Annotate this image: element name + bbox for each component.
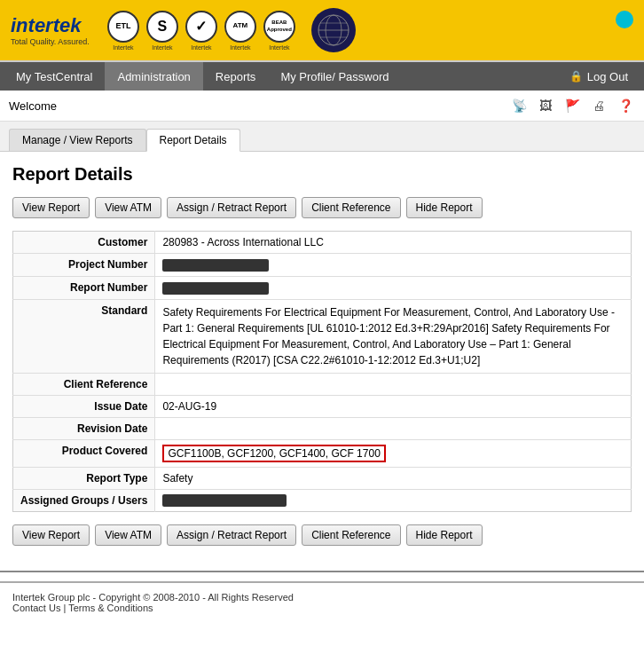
cert-icons: ETL Intertek S Intertek ✓ Intertek ATM I…	[107, 8, 609, 52]
action-buttons-top: View Report View ATM Assign / Retract Re…	[12, 197, 632, 218]
footer-divider	[0, 571, 644, 572]
report-number-label: Report Number	[13, 276, 155, 299]
hide-report-button-bottom[interactable]: Hide Report	[406, 524, 483, 546]
view-report-button-top[interactable]: View Report	[12, 197, 90, 218]
standard-label: Standard	[13, 299, 155, 373]
view-report-button-bottom[interactable]: View Report	[12, 524, 90, 546]
tab-manage-view-reports[interactable]: Manage / View Reports	[9, 129, 146, 151]
atm-label: Intertek	[230, 44, 250, 51]
nav-reports[interactable]: Reports	[203, 62, 269, 91]
nav-administration[interactable]: Administration	[105, 62, 202, 91]
logout-label: Log Out	[587, 70, 628, 83]
beab-icon: BEABApproved	[263, 11, 295, 43]
welcome-text: Welcome	[9, 99, 509, 113]
s-icon: S	[146, 11, 178, 43]
globe-icon	[311, 8, 356, 52]
main-content: Report Details View Report View ATM Assi…	[0, 152, 644, 571]
print-icon[interactable]: 🖨	[589, 96, 609, 115]
help-icon[interactable]: ❓	[616, 96, 635, 115]
tab-report-details[interactable]: Report Details	[146, 129, 240, 152]
footer-contact-link[interactable]: Contact Us	[12, 603, 60, 613]
nav-my-testcentral[interactable]: My TestCentral	[4, 62, 105, 91]
welcome-bar: Welcome 📡 🖼 🚩 🖨 ❓	[0, 91, 644, 122]
check-label: Intertek	[191, 44, 211, 51]
table-row: Project Number	[13, 254, 632, 277]
logo-area: intertek Total Quality. Assured.	[11, 14, 90, 46]
teal-dot	[616, 11, 633, 28]
s-label: Intertek	[152, 44, 172, 51]
navbar: My TestCentral Administration Reports My…	[0, 62, 644, 91]
table-row: Issue Date 02-AUG-19	[13, 395, 632, 417]
check-icon: ✓	[185, 11, 217, 43]
cert-globe	[302, 8, 356, 52]
footer: Intertek Group plc - Copyright © 2008-20…	[0, 581, 644, 622]
logout-button[interactable]: 🔒 Log Out	[557, 62, 640, 91]
details-table: Customer 280983 - Across International L…	[12, 231, 632, 512]
footer-terms-link[interactable]: Terms & Conditions	[68, 603, 153, 613]
client-reference-button-top[interactable]: Client Reference	[302, 197, 400, 218]
etl-icon: ETL	[107, 11, 139, 43]
beab-label: Intertek	[269, 44, 289, 51]
logo-sub: Total Quality. Assured.	[11, 37, 90, 46]
cert-etl: ETL Intertek	[107, 11, 139, 51]
table-row: Customer 280983 - Across International L…	[13, 232, 632, 254]
client-reference-button-bottom[interactable]: Client Reference	[302, 524, 400, 546]
etl-label: Intertek	[113, 44, 133, 51]
table-row: Product Covered GCF1100B, GCF1200, GCF14…	[13, 439, 632, 467]
assign-retract-button-top[interactable]: Assign / Retract Report	[167, 197, 296, 218]
assign-retract-button-bottom[interactable]: Assign / Retract Report	[167, 524, 296, 546]
photo-icon[interactable]: 🖼	[536, 96, 555, 115]
issue-date-label: Issue Date	[13, 395, 155, 417]
report-number-value	[155, 276, 632, 299]
lock-icon: 🔒	[569, 70, 583, 83]
assigned-groups-value	[155, 489, 632, 512]
customer-value: 280983 - Across International LLC	[155, 232, 632, 254]
client-reference-value	[155, 373, 632, 395]
logo-text: intertek	[11, 14, 90, 37]
assigned-groups-label: Assigned Groups / Users	[13, 489, 155, 512]
standard-value: Safety Requirements For Electrical Equip…	[155, 299, 632, 373]
report-type-label: Report Type	[13, 467, 155, 489]
issue-date-value: 02-AUG-19	[155, 395, 632, 417]
revision-date-value	[155, 417, 632, 439]
product-highlight: GCF1100B, GCF1200, GCF1400, GCF 1700	[162, 445, 385, 462]
table-row: Revision Date	[13, 417, 632, 439]
cert-atm: ATM Intertek	[224, 11, 256, 51]
atm-icon: ATM	[224, 11, 256, 43]
table-row: Standard Safety Requirements For Electri…	[13, 299, 632, 373]
page-title: Report Details	[12, 164, 632, 185]
table-row: Assigned Groups / Users	[13, 489, 632, 512]
footer-links: Contact Us | Terms & Conditions	[12, 603, 632, 613]
client-reference-label: Client Reference	[13, 373, 155, 395]
project-number-label: Project Number	[13, 254, 155, 277]
toolbar-icons: 📡 🖼 🚩 🖨 ❓	[509, 96, 635, 115]
footer-copyright: Intertek Group plc - Copyright © 2008-20…	[12, 592, 632, 603]
project-number-redacted	[162, 259, 269, 272]
cert-check: ✓ Intertek	[185, 11, 217, 51]
cert-beab: BEABApproved Intertek	[263, 11, 295, 51]
table-row: Report Type Safety	[13, 467, 632, 489]
nav-profile[interactable]: My Profile/ Password	[268, 62, 401, 91]
header: intertek Total Quality. Assured. ETL Int…	[0, 0, 644, 62]
view-atm-button-bottom[interactable]: View ATM	[95, 524, 161, 546]
assigned-groups-redacted	[162, 494, 287, 507]
revision-date-label: Revision Date	[13, 417, 155, 439]
table-row: Report Number	[13, 276, 632, 299]
customer-label: Customer	[13, 232, 155, 254]
product-covered-label: Product Covered	[13, 439, 155, 467]
report-number-redacted	[162, 282, 269, 295]
table-row: Client Reference	[13, 373, 632, 395]
rss-icon[interactable]: 📡	[509, 96, 529, 115]
project-number-value	[155, 254, 632, 277]
product-covered-value: GCF1100B, GCF1200, GCF1400, GCF 1700	[155, 439, 632, 467]
flag-icon[interactable]: 🚩	[562, 96, 582, 115]
hide-report-button-top[interactable]: Hide Report	[406, 197, 483, 218]
cert-s: S Intertek	[146, 11, 178, 51]
report-type-value: Safety	[155, 467, 632, 489]
view-atm-button-top[interactable]: View ATM	[95, 197, 161, 218]
tabs-bar: Manage / View Reports Report Details	[9, 122, 635, 151]
action-buttons-bottom: View Report View ATM Assign / Retract Re…	[12, 524, 632, 546]
